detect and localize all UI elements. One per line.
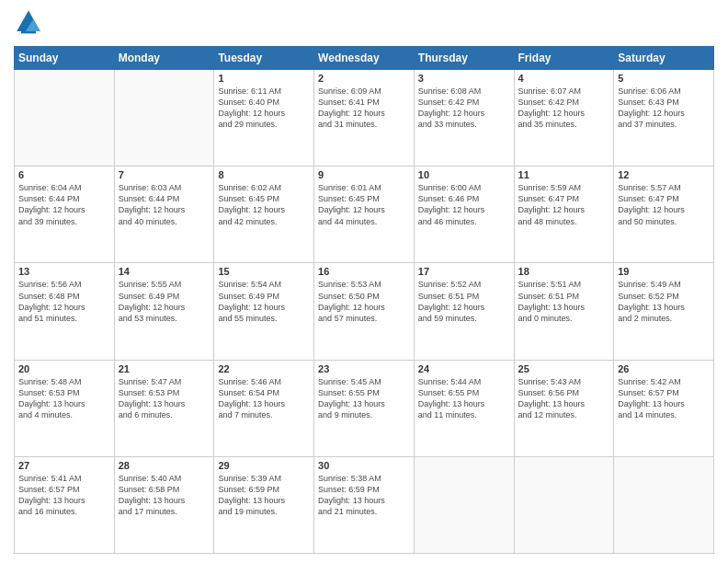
day-number: 2	[318, 73, 410, 84]
header	[14, 9, 714, 39]
calendar-cell	[15, 70, 115, 167]
page: SundayMondayTuesdayWednesdayThursdayFrid…	[0, 0, 728, 563]
calendar-cell: 11Sunrise: 5:59 AM Sunset: 6:47 PM Dayli…	[514, 167, 614, 263]
calendar-header-thursday: Thursday	[414, 47, 514, 70]
calendar-cell: 14Sunrise: 5:55 AM Sunset: 6:49 PM Dayli…	[114, 263, 214, 360]
day-info: Sunrise: 5:38 AM Sunset: 6:59 PM Dayligh…	[318, 473, 410, 518]
calendar-cell: 2Sunrise: 6:09 AM Sunset: 6:41 PM Daylig…	[314, 70, 415, 167]
day-info: Sunrise: 5:54 AM Sunset: 6:49 PM Dayligh…	[218, 279, 310, 324]
calendar-header-friday: Friday	[514, 47, 614, 70]
calendar-cell	[514, 456, 614, 553]
calendar-cell: 15Sunrise: 5:54 AM Sunset: 6:49 PM Dayli…	[214, 263, 314, 360]
day-info: Sunrise: 6:00 AM Sunset: 6:46 PM Dayligh…	[418, 182, 510, 227]
day-number: 6	[18, 169, 110, 180]
day-info: Sunrise: 5:41 AM Sunset: 6:57 PM Dayligh…	[18, 473, 110, 518]
logo-icon	[14, 9, 43, 39]
day-number: 13	[18, 266, 110, 277]
day-number: 24	[418, 363, 510, 374]
calendar-cell: 4Sunrise: 6:07 AM Sunset: 6:42 PM Daylig…	[514, 70, 614, 167]
day-info: Sunrise: 5:44 AM Sunset: 6:55 PM Dayligh…	[418, 376, 510, 421]
calendar-week-1: 1Sunrise: 6:11 AM Sunset: 6:40 PM Daylig…	[15, 70, 714, 167]
day-number: 16	[318, 266, 410, 277]
day-number: 20	[18, 363, 110, 374]
calendar-cell: 13Sunrise: 5:56 AM Sunset: 6:48 PM Dayli…	[15, 263, 115, 360]
calendar-header-monday: Monday	[114, 47, 214, 70]
day-number: 22	[218, 363, 310, 374]
calendar-header-tuesday: Tuesday	[214, 47, 314, 70]
calendar-cell: 10Sunrise: 6:00 AM Sunset: 6:46 PM Dayli…	[414, 167, 514, 263]
calendar-cell: 3Sunrise: 6:08 AM Sunset: 6:42 PM Daylig…	[414, 70, 514, 167]
calendar-cell: 29Sunrise: 5:39 AM Sunset: 6:59 PM Dayli…	[214, 456, 314, 553]
day-info: Sunrise: 5:51 AM Sunset: 6:51 PM Dayligh…	[518, 279, 610, 324]
day-info: Sunrise: 5:55 AM Sunset: 6:49 PM Dayligh…	[119, 279, 210, 324]
day-info: Sunrise: 5:39 AM Sunset: 6:59 PM Dayligh…	[218, 473, 310, 518]
calendar-cell: 5Sunrise: 6:06 AM Sunset: 6:43 PM Daylig…	[614, 70, 714, 167]
calendar-week-3: 13Sunrise: 5:56 AM Sunset: 6:48 PM Dayli…	[15, 263, 714, 360]
day-number: 15	[218, 266, 310, 277]
day-info: Sunrise: 6:06 AM Sunset: 6:43 PM Dayligh…	[618, 86, 710, 131]
calendar-table: SundayMondayTuesdayWednesdayThursdayFrid…	[14, 46, 714, 554]
day-info: Sunrise: 5:45 AM Sunset: 6:55 PM Dayligh…	[318, 376, 410, 421]
day-number: 3	[418, 73, 510, 84]
day-number: 18	[518, 266, 610, 277]
day-number: 26	[618, 363, 710, 374]
day-info: Sunrise: 6:04 AM Sunset: 6:44 PM Dayligh…	[18, 182, 110, 227]
calendar-cell	[114, 70, 214, 167]
calendar-cell: 19Sunrise: 5:49 AM Sunset: 6:52 PM Dayli…	[614, 263, 714, 360]
day-info: Sunrise: 5:40 AM Sunset: 6:58 PM Dayligh…	[119, 473, 210, 518]
day-number: 30	[318, 460, 410, 471]
calendar-cell: 16Sunrise: 5:53 AM Sunset: 6:50 PM Dayli…	[314, 263, 415, 360]
day-info: Sunrise: 5:47 AM Sunset: 6:53 PM Dayligh…	[119, 376, 210, 421]
day-info: Sunrise: 6:08 AM Sunset: 6:42 PM Dayligh…	[418, 86, 510, 131]
day-info: Sunrise: 5:52 AM Sunset: 6:51 PM Dayligh…	[418, 279, 510, 324]
calendar-cell: 1Sunrise: 6:11 AM Sunset: 6:40 PM Daylig…	[214, 70, 314, 167]
calendar-cell: 27Sunrise: 5:41 AM Sunset: 6:57 PM Dayli…	[15, 456, 115, 553]
calendar-cell: 9Sunrise: 6:01 AM Sunset: 6:45 PM Daylig…	[314, 167, 415, 263]
calendar-week-5: 27Sunrise: 5:41 AM Sunset: 6:57 PM Dayli…	[15, 456, 714, 553]
calendar-header-saturday: Saturday	[614, 47, 714, 70]
day-number: 29	[218, 460, 310, 471]
day-number: 4	[518, 73, 610, 84]
day-info: Sunrise: 6:02 AM Sunset: 6:45 PM Dayligh…	[218, 182, 310, 227]
day-info: Sunrise: 6:03 AM Sunset: 6:44 PM Dayligh…	[119, 182, 210, 227]
day-info: Sunrise: 5:59 AM Sunset: 6:47 PM Dayligh…	[518, 182, 610, 227]
calendar-cell: 22Sunrise: 5:46 AM Sunset: 6:54 PM Dayli…	[214, 360, 314, 456]
day-info: Sunrise: 5:49 AM Sunset: 6:52 PM Dayligh…	[618, 279, 710, 324]
day-info: Sunrise: 5:57 AM Sunset: 6:47 PM Dayligh…	[618, 182, 710, 227]
calendar-cell: 23Sunrise: 5:45 AM Sunset: 6:55 PM Dayli…	[314, 360, 415, 456]
calendar-cell: 18Sunrise: 5:51 AM Sunset: 6:51 PM Dayli…	[514, 263, 614, 360]
calendar-cell: 7Sunrise: 6:03 AM Sunset: 6:44 PM Daylig…	[114, 167, 214, 263]
day-number: 19	[618, 266, 710, 277]
calendar-header-sunday: Sunday	[15, 47, 115, 70]
day-number: 1	[218, 73, 310, 84]
day-number: 9	[318, 169, 410, 180]
day-number: 12	[618, 169, 710, 180]
day-info: Sunrise: 5:53 AM Sunset: 6:50 PM Dayligh…	[318, 279, 410, 324]
calendar-cell: 21Sunrise: 5:47 AM Sunset: 6:53 PM Dayli…	[114, 360, 214, 456]
svg-rect-2	[21, 31, 36, 33]
calendar-cell: 8Sunrise: 6:02 AM Sunset: 6:45 PM Daylig…	[214, 167, 314, 263]
day-info: Sunrise: 5:48 AM Sunset: 6:53 PM Dayligh…	[18, 376, 110, 421]
day-number: 27	[18, 460, 110, 471]
calendar-cell: 25Sunrise: 5:43 AM Sunset: 6:56 PM Dayli…	[514, 360, 614, 456]
day-number: 14	[119, 266, 210, 277]
day-number: 21	[119, 363, 210, 374]
day-number: 28	[119, 460, 210, 471]
day-info: Sunrise: 5:42 AM Sunset: 6:57 PM Dayligh…	[618, 376, 710, 421]
calendar-cell	[614, 456, 714, 553]
day-info: Sunrise: 5:43 AM Sunset: 6:56 PM Dayligh…	[518, 376, 610, 421]
calendar-cell: 26Sunrise: 5:42 AM Sunset: 6:57 PM Dayli…	[614, 360, 714, 456]
calendar-cell: 24Sunrise: 5:44 AM Sunset: 6:55 PM Dayli…	[414, 360, 514, 456]
day-number: 17	[418, 266, 510, 277]
calendar-cell: 28Sunrise: 5:40 AM Sunset: 6:58 PM Dayli…	[114, 456, 214, 553]
calendar-cell: 30Sunrise: 5:38 AM Sunset: 6:59 PM Dayli…	[314, 456, 415, 553]
day-number: 8	[218, 169, 310, 180]
logo	[14, 9, 47, 39]
day-info: Sunrise: 6:07 AM Sunset: 6:42 PM Dayligh…	[518, 86, 610, 131]
day-info: Sunrise: 6:09 AM Sunset: 6:41 PM Dayligh…	[318, 86, 410, 131]
day-info: Sunrise: 6:01 AM Sunset: 6:45 PM Dayligh…	[318, 182, 410, 227]
day-info: Sunrise: 5:46 AM Sunset: 6:54 PM Dayligh…	[218, 376, 310, 421]
calendar-cell	[414, 456, 514, 553]
calendar-cell: 17Sunrise: 5:52 AM Sunset: 6:51 PM Dayli…	[414, 263, 514, 360]
calendar-cell: 12Sunrise: 5:57 AM Sunset: 6:47 PM Dayli…	[614, 167, 714, 263]
